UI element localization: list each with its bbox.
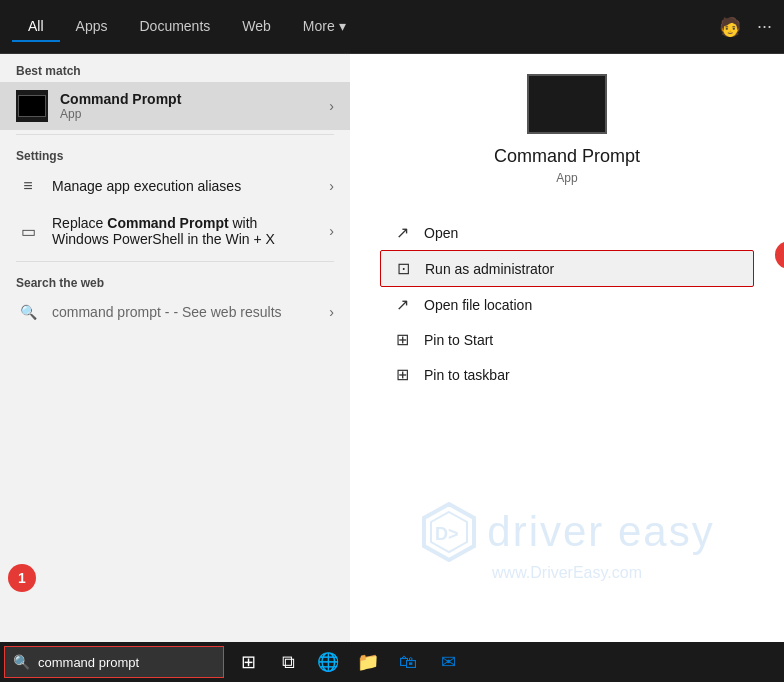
- divider-1: [16, 134, 334, 135]
- divider-2: [16, 261, 334, 262]
- top-nav: All Apps Documents Web More ▾ 🧑 ···: [0, 0, 784, 54]
- taskbar-search-text: command prompt: [38, 655, 139, 670]
- taskview-icon: ⧉: [282, 652, 295, 673]
- settings-text-1: Manage app execution aliases: [52, 178, 317, 194]
- action-file-location-label: Open file location: [424, 297, 532, 313]
- web-search-item[interactable]: 🔍 command prompt - - See web results ›: [0, 294, 350, 330]
- web-search-label: Search the web: [0, 266, 350, 294]
- svg-marker-1: [431, 512, 467, 552]
- action-open[interactable]: ↗ Open: [380, 215, 754, 250]
- web-search-text: command prompt - - See web results: [52, 304, 282, 320]
- more-icon[interactable]: ···: [757, 16, 772, 37]
- web-suffix: - - See web results: [165, 304, 282, 320]
- open-icon: ↗: [392, 223, 412, 242]
- badge-1: 1: [8, 564, 36, 592]
- watermark-text-main: driver easy: [487, 508, 714, 556]
- action-list: ↗ Open ⊡ Run as administrator 2 ↗ Open f…: [380, 215, 754, 392]
- settings-label: Settings: [0, 139, 350, 167]
- taskbar: 🔍 command prompt ⊞ ⧉ 🌐 📁 🛍 ✉: [0, 642, 784, 682]
- taskbar-taskview[interactable]: ⧉: [268, 642, 308, 682]
- watermark-logo: D> driver easy: [419, 502, 714, 562]
- svg-text:D>: D>: [435, 524, 459, 544]
- main-area: Best match Command Prompt App › Settings…: [0, 54, 784, 642]
- more-label: More ▾: [303, 18, 346, 34]
- left-panel: Best match Command Prompt App › Settings…: [0, 54, 350, 642]
- watermark: D> driver easy www.DriverEasy.com: [350, 502, 784, 582]
- watermark-url: www.DriverEasy.com: [492, 564, 642, 582]
- person-icon[interactable]: 🧑: [719, 16, 741, 38]
- taskbar-search-icon: 🔍: [13, 654, 30, 670]
- replace-icon: ▭: [16, 222, 40, 241]
- action-open-label: Open: [424, 225, 458, 241]
- store-icon: 🛍: [399, 652, 417, 673]
- app-icon-large: [527, 74, 607, 134]
- best-match-text: Command Prompt App: [60, 91, 181, 121]
- action-pin-taskbar[interactable]: ⊞ Pin to taskbar: [380, 357, 754, 392]
- tab-web[interactable]: Web: [226, 12, 287, 42]
- explorer-icon: 📁: [357, 651, 379, 673]
- badge-2: 2: [775, 241, 784, 269]
- settings-chevron-1: ›: [329, 178, 334, 194]
- tab-documents[interactable]: Documents: [123, 12, 226, 42]
- pin-taskbar-icon: ⊞: [392, 365, 412, 384]
- taskbar-explorer[interactable]: 📁: [348, 642, 388, 682]
- app-type: App: [556, 171, 577, 185]
- cmd-icon-inner: [18, 95, 46, 117]
- svg-marker-0: [424, 504, 474, 560]
- best-match-title: Command Prompt: [60, 91, 181, 107]
- taskbar-search[interactable]: 🔍 command prompt: [4, 646, 224, 678]
- tab-apps[interactable]: Apps: [60, 12, 124, 42]
- web-chevron: ›: [329, 304, 334, 320]
- tab-all[interactable]: All: [12, 12, 60, 42]
- right-panel: Command Prompt App ↗ Open ⊡ Run as admin…: [350, 54, 784, 642]
- action-pin-start-label: Pin to Start: [424, 332, 493, 348]
- taskbar-start[interactable]: ⊞: [228, 642, 268, 682]
- cmd-icon: [16, 90, 48, 122]
- action-pin-taskbar-label: Pin to taskbar: [424, 367, 510, 383]
- best-match-chevron: ›: [329, 98, 334, 114]
- settings-chevron-2: ›: [329, 223, 334, 239]
- taskbar-mail[interactable]: ✉: [428, 642, 468, 682]
- app-name-large: Command Prompt: [494, 146, 640, 167]
- best-match-item[interactable]: Command Prompt App ›: [0, 82, 350, 130]
- nav-right: 🧑 ···: [719, 16, 772, 38]
- best-match-label: Best match: [0, 54, 350, 82]
- taskbar-edge[interactable]: 🌐: [308, 642, 348, 682]
- list-icon: ≡: [16, 177, 40, 195]
- pin-start-icon: ⊞: [392, 330, 412, 349]
- tab-more[interactable]: More ▾: [287, 12, 362, 42]
- start-icon: ⊞: [241, 651, 256, 673]
- file-location-icon: ↗: [392, 295, 412, 314]
- settings-item-1[interactable]: ≡ Manage app execution aliases ›: [0, 167, 350, 205]
- action-file-location[interactable]: ↗ Open file location: [380, 287, 754, 322]
- action-run-admin[interactable]: ⊡ Run as administrator 2: [380, 250, 754, 287]
- best-match-subtitle: App: [60, 107, 181, 121]
- edge-icon: 🌐: [317, 651, 339, 673]
- web-query: command prompt: [52, 304, 161, 320]
- mail-icon: ✉: [441, 651, 456, 673]
- app-preview: Command Prompt App: [380, 74, 754, 185]
- run-admin-icon: ⊡: [393, 259, 413, 278]
- taskbar-store[interactable]: 🛍: [388, 642, 428, 682]
- action-pin-start[interactable]: ⊞ Pin to Start: [380, 322, 754, 357]
- web-search-icon: 🔍: [16, 304, 40, 320]
- settings-item-2[interactable]: ▭ Replace Command Prompt withWindows Pow…: [0, 205, 350, 257]
- settings-text-2: Replace Command Prompt withWindows Power…: [52, 215, 317, 247]
- action-run-admin-label: Run as administrator: [425, 261, 554, 277]
- watermark-hex-icon: D>: [419, 502, 479, 562]
